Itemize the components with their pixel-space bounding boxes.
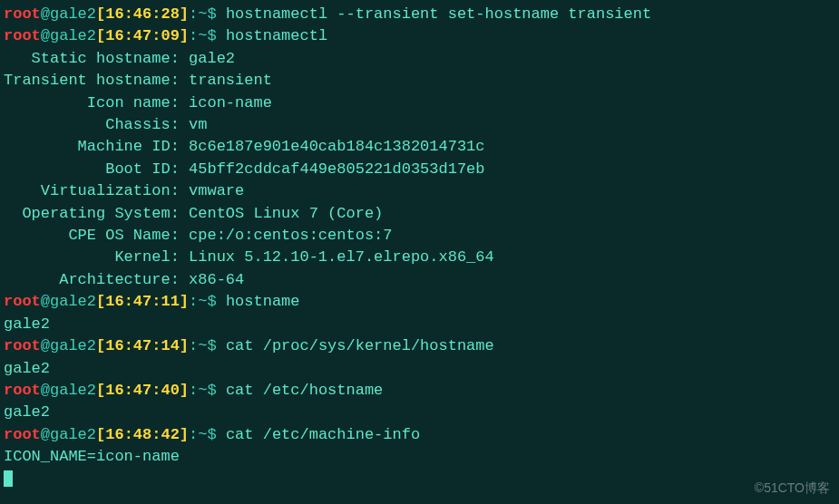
command-text: hostnamectl --transient set-hostname tra… bbox=[226, 5, 651, 23]
prompt-user: root bbox=[4, 337, 41, 354]
output-row: Static hostname: gale2 bbox=[4, 48, 835, 70]
command-text: hostname bbox=[226, 293, 300, 310]
prompt-at: @ bbox=[41, 293, 50, 310]
prompt-user: root bbox=[4, 293, 41, 310]
info-value: 8c6e187e901e40cab184c1382014731c bbox=[189, 138, 484, 155]
info-label: CPE OS Name: bbox=[4, 227, 189, 244]
output-row: Boot ID: 45bff2cddcaf449e805221d0353d17e… bbox=[4, 159, 835, 180]
prompt-at: @ bbox=[41, 426, 50, 443]
prompt-tail: :~$ bbox=[189, 382, 226, 399]
prompt-time: [16:47:40] bbox=[96, 382, 189, 399]
output-row: Chassis: vm bbox=[4, 114, 835, 136]
prompt-host: gale2 bbox=[50, 293, 96, 310]
prompt-line: root@gale2[16:47:40]:~$ cat /etc/hostnam… bbox=[4, 380, 835, 402]
command-text: hostnamectl bbox=[226, 27, 327, 44]
command-text: cat /etc/machine-info bbox=[226, 426, 420, 443]
info-value: cpe:/o:centos:centos:7 bbox=[189, 227, 392, 244]
prompt-user: root bbox=[4, 426, 41, 443]
prompt-at: @ bbox=[41, 5, 50, 23]
output-line: gale2 bbox=[4, 402, 835, 423]
info-label: Chassis: bbox=[4, 116, 189, 133]
prompt-line: root@gale2[16:47:14]:~$ cat /proc/sys/ke… bbox=[4, 335, 835, 357]
info-value: Linux 5.12.10-1.el7.elrepo.x86_64 bbox=[189, 248, 494, 266]
prompt-line: root@gale2[16:46:28]:~$ hostnamectl --tr… bbox=[4, 4, 835, 25]
info-label: Virtualization: bbox=[4, 182, 189, 199]
prompt-time: [16:46:28] bbox=[96, 5, 189, 23]
terminal-output[interactable]: root@gale2[16:46:28]:~$ hostnamectl --tr… bbox=[4, 4, 835, 490]
output-line: ICON_NAME=icon-name bbox=[4, 446, 835, 468]
prompt-time: [16:47:11] bbox=[96, 293, 189, 310]
prompt-user: root bbox=[4, 5, 41, 23]
prompt-tail: :~$ bbox=[189, 426, 226, 443]
watermark-text: ©51CTO博客 bbox=[755, 477, 830, 499]
prompt-at: @ bbox=[41, 27, 50, 44]
info-value: x86-64 bbox=[189, 271, 244, 288]
output-row: Operating System: CentOS Linux 7 (Core) bbox=[4, 203, 835, 225]
prompt-host: gale2 bbox=[50, 337, 96, 354]
info-value: CentOS Linux 7 (Core) bbox=[189, 205, 383, 222]
prompt-user: root bbox=[4, 382, 41, 399]
output-row: CPE OS Name: cpe:/o:centos:centos:7 bbox=[4, 225, 835, 247]
command-text: cat /proc/sys/kernel/hostname bbox=[226, 337, 494, 354]
prompt-tail: :~$ bbox=[189, 293, 226, 310]
info-label: Static hostname: bbox=[4, 50, 189, 67]
prompt-user: root bbox=[4, 27, 41, 44]
cursor-block bbox=[4, 470, 13, 487]
info-label: Architecture: bbox=[4, 271, 189, 288]
output-row: Machine ID: 8c6e187e901e40cab184c1382014… bbox=[4, 136, 835, 158]
prompt-time: [16:47:14] bbox=[96, 337, 189, 354]
prompt-time: [16:47:09] bbox=[96, 27, 189, 44]
output-line: gale2 bbox=[4, 358, 835, 380]
prompt-tail: :~$ bbox=[189, 5, 226, 23]
output-line: gale2 bbox=[4, 314, 835, 335]
output-row: Virtualization: vmware bbox=[4, 180, 835, 202]
info-value: vmware bbox=[189, 182, 244, 199]
info-label: Icon name: bbox=[4, 94, 189, 111]
prompt-line-partial bbox=[4, 469, 835, 490]
prompt-tail: :~$ bbox=[189, 337, 226, 354]
info-value: icon-name bbox=[189, 94, 272, 111]
prompt-host: gale2 bbox=[50, 5, 96, 23]
prompt-at: @ bbox=[41, 382, 50, 399]
info-value: transient bbox=[189, 72, 272, 89]
prompt-host: gale2 bbox=[50, 382, 96, 399]
output-row: Transient hostname: transient bbox=[4, 70, 835, 92]
prompt-tail: :~$ bbox=[189, 27, 226, 44]
info-value: gale2 bbox=[189, 50, 235, 67]
prompt-at: @ bbox=[41, 337, 50, 354]
info-label: Boot ID: bbox=[4, 160, 189, 178]
info-value: vm bbox=[189, 116, 207, 133]
output-row: Icon name: icon-name bbox=[4, 92, 835, 114]
output-row: Architecture: x86-64 bbox=[4, 269, 835, 291]
command-text: cat /etc/hostname bbox=[226, 382, 383, 399]
info-label: Machine ID: bbox=[4, 138, 189, 155]
info-label: Operating System: bbox=[4, 205, 189, 222]
info-value: 45bff2cddcaf449e805221d0353d17eb bbox=[189, 160, 484, 178]
prompt-line: root@gale2[16:47:11]:~$ hostname bbox=[4, 291, 835, 313]
info-label: Kernel: bbox=[4, 248, 189, 266]
prompt-line: root@gale2[16:48:42]:~$ cat /etc/machine… bbox=[4, 424, 835, 446]
prompt-line: root@gale2[16:47:09]:~$ hostnamectl bbox=[4, 25, 835, 47]
prompt-host: gale2 bbox=[50, 27, 96, 44]
prompt-host: gale2 bbox=[50, 426, 96, 443]
info-label: Transient hostname: bbox=[4, 72, 189, 89]
output-row: Kernel: Linux 5.12.10-1.el7.elrepo.x86_6… bbox=[4, 247, 835, 268]
prompt-time: [16:48:42] bbox=[96, 426, 189, 443]
